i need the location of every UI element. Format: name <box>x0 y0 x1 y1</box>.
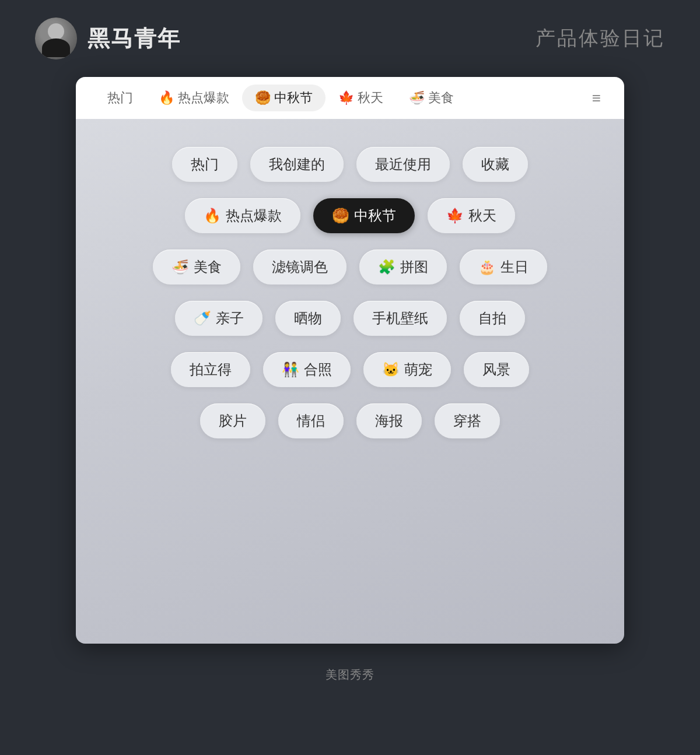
nav-autumn-label: 秋天 <box>358 89 383 107</box>
tag-midautumn[interactable]: 🥮 中秋节 <box>313 198 415 233</box>
tag-polaroid[interactable]: 拍立得 <box>171 352 250 387</box>
tag-my-created[interactable]: 我创建的 <box>250 147 344 182</box>
tag-outfit-label: 穿搭 <box>453 412 481 430</box>
tag-row-5: 拍立得 👫 合照 🐱 萌宠 风景 <box>99 352 601 387</box>
tag-group-photo-label: 合照 <box>304 360 332 379</box>
tag-couple[interactable]: 情侣 <box>278 403 344 438</box>
tag-poster-label: 海报 <box>375 412 403 430</box>
tag-film[interactable]: 胶片 <box>200 403 265 438</box>
nav-midautumn-label: 中秋节 <box>274 89 313 107</box>
tag-outfit[interactable]: 穿搭 <box>435 403 500 438</box>
tag-favorites-label: 收藏 <box>481 155 509 174</box>
nav-item-autumn[interactable]: 🍁 秋天 <box>326 85 396 111</box>
nav-trending-label: 热点爆款 <box>178 89 229 107</box>
tag-parenting[interactable]: 🍼 亲子 <box>175 301 262 336</box>
tag-hot-label: 热门 <box>191 155 219 174</box>
tag-poster[interactable]: 海报 <box>356 403 422 438</box>
tag-midautumn-emoji: 🥮 <box>332 208 349 224</box>
tag-food-label: 美食 <box>194 258 222 276</box>
footer: 美图秀秀 <box>326 667 374 700</box>
tag-wallpaper[interactable]: 手机壁纸 <box>354 301 447 336</box>
tag-scenery-label: 风景 <box>482 360 510 379</box>
tag-hot[interactable]: 热门 <box>172 147 237 182</box>
tag-filter[interactable]: 滤镜调色 <box>253 250 346 285</box>
tag-row-1: 热门 我创建的 最近使用 收藏 <box>99 147 601 182</box>
tag-birthday-label: 生日 <box>501 258 528 276</box>
nav-bar: 热门 🔥 热点爆款 🥮 中秋节 🍁 秋天 🍜 美食 ≡ <box>76 77 624 119</box>
tag-show-items-label: 晒物 <box>294 309 322 328</box>
tag-autumn-label: 秋天 <box>468 206 496 225</box>
tag-birthday[interactable]: 🎂 生日 <box>460 250 547 285</box>
tag-selfie[interactable]: 自拍 <box>460 301 525 336</box>
tag-autumn-emoji: 🍁 <box>446 208 464 224</box>
tag-row-4: 🍼 亲子 晒物 手机壁纸 自拍 <box>99 301 601 336</box>
tag-puzzle[interactable]: 🧩 拼图 <box>359 250 447 285</box>
nav-food-label: 美食 <box>428 89 454 107</box>
tag-cute-pet-emoji: 🐱 <box>382 361 400 378</box>
menu-icon[interactable]: ≡ <box>587 86 606 110</box>
tag-group-photo[interactable]: 👫 合照 <box>263 352 351 387</box>
tag-film-label: 胶片 <box>219 412 247 430</box>
nav-item-food[interactable]: 🍜 美食 <box>396 85 467 111</box>
header: 黑马青年 产品体验日记 <box>0 0 700 77</box>
tag-puzzle-emoji: 🧩 <box>378 259 396 275</box>
tag-filter-label: 滤镜调色 <box>272 258 328 276</box>
tag-show-items[interactable]: 晒物 <box>275 301 341 336</box>
tag-row-6: 胶片 情侣 海报 穿搭 <box>99 403 601 438</box>
tag-trending[interactable]: 🔥 热点爆款 <box>185 198 300 233</box>
nav-midautumn-emoji: 🥮 <box>255 90 271 106</box>
tag-my-created-label: 我创建的 <box>269 155 325 174</box>
nav-autumn-emoji: 🍁 <box>338 90 354 106</box>
nav-food-emoji: 🍜 <box>409 90 425 106</box>
tag-scenery[interactable]: 风景 <box>464 352 529 387</box>
footer-label: 美图秀秀 <box>326 668 374 681</box>
tag-trending-label: 热点爆款 <box>226 206 282 225</box>
tag-cute-pet-label: 萌宠 <box>404 360 432 379</box>
tag-row-2: 🔥 热点爆款 🥮 中秋节 🍁 秋天 <box>99 198 601 233</box>
tag-recent-label: 最近使用 <box>375 155 431 174</box>
tag-food[interactable]: 🍜 美食 <box>153 250 240 285</box>
tag-trending-emoji: 🔥 <box>204 208 221 224</box>
nav-item-midautumn[interactable]: 🥮 中秋节 <box>242 85 326 111</box>
header-left: 黑马青年 <box>35 17 181 59</box>
tag-recent[interactable]: 最近使用 <box>356 147 450 182</box>
user-name: 黑马青年 <box>88 24 181 54</box>
nav-trending-emoji: 🔥 <box>159 90 174 106</box>
nav-item-trending[interactable]: 🔥 热点爆款 <box>146 85 242 111</box>
tag-parenting-label: 亲子 <box>216 309 244 328</box>
tag-food-emoji: 🍜 <box>172 259 189 275</box>
tag-row-3: 🍜 美食 滤镜调色 🧩 拼图 🎂 生日 <box>99 250 601 285</box>
app-container: 热门 🔥 热点爆款 🥮 中秋节 🍁 秋天 🍜 美食 ≡ 热门 我创建的 <box>76 77 624 644</box>
tag-group-photo-emoji: 👫 <box>282 361 299 378</box>
nav-item-hot-label: 热门 <box>107 89 133 107</box>
tag-midautumn-label: 中秋节 <box>354 206 396 225</box>
tag-wallpaper-label: 手机壁纸 <box>372 309 428 328</box>
tag-puzzle-label: 拼图 <box>400 258 428 276</box>
tag-parenting-emoji: 🍼 <box>194 310 211 326</box>
tag-cute-pet[interactable]: 🐱 萌宠 <box>363 352 451 387</box>
main-content: 热门 我创建的 最近使用 收藏 🔥 热点爆款 🥮 中秋节 🍁 <box>76 119 624 644</box>
tag-polaroid-label: 拍立得 <box>190 360 232 379</box>
avatar <box>35 17 77 59</box>
tag-selfie-label: 自拍 <box>478 309 506 328</box>
tag-couple-label: 情侣 <box>297 412 325 430</box>
avatar-figure <box>35 17 77 59</box>
tag-birthday-emoji: 🎂 <box>478 259 496 275</box>
page-subtitle: 产品体验日记 <box>536 25 665 52</box>
nav-item-hot[interactable]: 热门 <box>94 85 146 111</box>
tag-favorites[interactable]: 收藏 <box>463 147 528 182</box>
tag-autumn[interactable]: 🍁 秋天 <box>428 198 515 233</box>
